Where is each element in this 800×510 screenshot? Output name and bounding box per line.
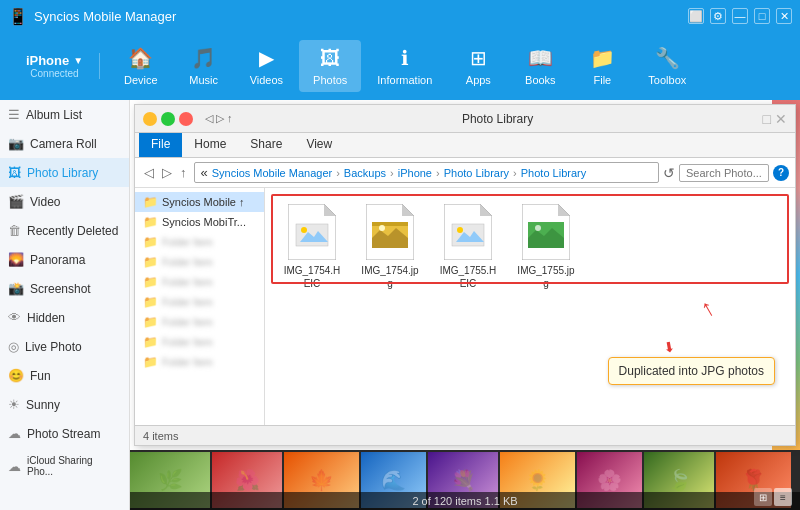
sidebar-item-album-list[interactable]: ☰ Album List: [0, 100, 129, 129]
video-icon: 🎬: [8, 194, 24, 209]
bottom-status-text: 2 of 120 items 1.1 KB: [412, 495, 517, 507]
file-item-jpg1755[interactable]: IMG_1755.jpg: [511, 200, 581, 294]
minimize-button[interactable]: —: [732, 8, 748, 24]
fe-forward-button[interactable]: ▷: [159, 164, 175, 181]
nav-item-music[interactable]: 🎵 Music: [174, 40, 234, 92]
sidebar-item-video[interactable]: 🎬 Video: [0, 187, 129, 216]
file-icon-jpg1: [366, 204, 414, 260]
fe-path-backups[interactable]: Backups: [344, 167, 386, 179]
nav-item-videos[interactable]: ▶ Videos: [236, 40, 297, 92]
file-item-jpg1754[interactable]: IMG_1754.jpg: [355, 200, 425, 294]
fe-tree-item-blur5[interactable]: 📁 Folder Item: [135, 312, 264, 332]
content-area: ◁ ▷ ↑ Photo Library □ ✕ File Home Share …: [130, 100, 800, 510]
grid-view-button[interactable]: ⊞: [754, 488, 772, 506]
minimize-icon[interactable]: ⬜: [688, 8, 704, 24]
fe-path-photo-lib2[interactable]: Photo Library: [521, 167, 586, 179]
sidebar-item-hidden[interactable]: 👁 Hidden: [0, 303, 129, 332]
annotation-arrow: ↓: [697, 296, 721, 326]
fe-window-controls: [143, 112, 193, 126]
fe-tree-item-syncios[interactable]: 📁 Syncios Mobile ↑: [135, 192, 264, 212]
list-view-button[interactable]: ≡: [774, 488, 792, 506]
sidebar-item-live-photo[interactable]: ◎ Live Photo: [0, 332, 129, 361]
photo-library-icon: 🖼: [8, 165, 21, 180]
fe-maximize-button[interactable]: [161, 112, 175, 126]
device-nav-icon: 🏠: [128, 46, 153, 70]
fe-tab-share[interactable]: Share: [238, 133, 294, 157]
icloud-icon: ☁: [8, 459, 21, 474]
svg-point-8: [379, 225, 385, 231]
folder-icon: 📁: [143, 255, 158, 269]
sidebar: ☰ Album List 📷 Camera Roll 🖼 Photo Libra…: [0, 100, 130, 510]
svg-point-3: [301, 227, 307, 233]
fe-tree-item-syncios2[interactable]: 📁 Syncios MobiTr...: [135, 212, 264, 232]
fe-tree-item-blur3[interactable]: 📁 Folder Item: [135, 272, 264, 292]
nav-item-apps[interactable]: ⊞ Apps: [448, 40, 508, 92]
photos-nav-icon: 🖼: [320, 47, 340, 70]
fe-search-input[interactable]: [679, 164, 769, 182]
nav-item-information[interactable]: ℹ Information: [363, 40, 446, 92]
fe-tab-view[interactable]: View: [294, 133, 344, 157]
sidebar-item-screenshot[interactable]: 📸 Screenshot: [0, 274, 129, 303]
fe-close-button[interactable]: [179, 112, 193, 126]
sidebar-item-fun[interactable]: 😊 Fun: [0, 361, 129, 390]
fe-tree-item-blur6[interactable]: 📁 Folder Item: [135, 332, 264, 352]
fe-minimize-button[interactable]: [143, 112, 157, 126]
fe-tree-item-blur7[interactable]: 📁 Folder Item: [135, 352, 264, 372]
fe-path-photo-lib1[interactable]: Photo Library: [444, 167, 509, 179]
fe-back-button[interactable]: ◁: [141, 164, 157, 181]
window-controls: ⬜ ⚙ — □ ✕: [688, 8, 792, 24]
nav-item-books[interactable]: 📖 Books: [510, 40, 570, 92]
fe-nav-back: ◁ ▷ ↑: [205, 112, 233, 125]
fe-tab-file[interactable]: File: [139, 133, 182, 157]
live-photo-icon: ◎: [8, 339, 19, 354]
sidebar-item-recently-deleted[interactable]: 🗑 Recently Deleted: [0, 216, 129, 245]
hidden-icon: 👁: [8, 310, 21, 325]
nav-item-toolbox[interactable]: 🔧 Toolbox: [634, 40, 700, 92]
folder-icon: 📁: [143, 275, 158, 289]
fe-refresh-button[interactable]: ↺: [663, 165, 675, 181]
file-icon-heic2: [444, 204, 492, 260]
sidebar-item-sunny[interactable]: ☀ Sunny: [0, 390, 129, 419]
fe-path-syncios[interactable]: Syncios Mobile Manager: [212, 167, 332, 179]
file-item-heic1754[interactable]: IMG_1754.HEIC: [277, 200, 347, 294]
fe-path-iphone[interactable]: iPhone: [398, 167, 432, 179]
fe-close-x[interactable]: ✕: [775, 111, 787, 127]
view-toggle: ⊞ ≡: [754, 488, 792, 506]
nav-item-photos[interactable]: 🖼 Photos: [299, 40, 361, 92]
fe-tree: 📁 Syncios Mobile ↑ 📁 Syncios MobiTr... 📁…: [135, 188, 265, 425]
album-list-icon: ☰: [8, 107, 20, 122]
device-section: iPhone ▼ Connected: [10, 53, 100, 79]
fe-up-button[interactable]: ↑: [177, 164, 190, 181]
settings-icon[interactable]: ⚙: [710, 8, 726, 24]
fe-resize-icon[interactable]: □: [763, 111, 771, 127]
sidebar-item-camera-roll[interactable]: 📷 Camera Roll: [0, 129, 129, 158]
fe-tree-item-blur2[interactable]: 📁 Folder Item: [135, 252, 264, 272]
screenshot-icon: 📸: [8, 281, 24, 296]
device-name: iPhone ▼: [26, 53, 83, 68]
app-title: Syncios Mobile Manager: [34, 9, 682, 24]
fe-tree-item-blur4[interactable]: 📁 Folder Item: [135, 292, 264, 312]
fe-help-button[interactable]: ?: [773, 165, 789, 181]
nav-item-file[interactable]: 📁 File: [572, 40, 632, 92]
folder-icon: «: [201, 165, 208, 180]
sidebar-item-photo-library[interactable]: 🖼 Photo Library: [0, 158, 129, 187]
annotation-bubble: Duplicated into JPG photos: [608, 357, 775, 385]
nav-item-device[interactable]: 🏠 Device: [110, 40, 172, 92]
fe-addressbar: ◁ ▷ ↑ « Syncios Mobile Manager › Backups…: [135, 158, 795, 188]
bottom-status-bar: 2 of 120 items 1.1 KB ⊞ ≡: [130, 492, 800, 510]
sidebar-item-photo-stream[interactable]: ☁ Photo Stream: [0, 419, 129, 448]
fe-tab-home[interactable]: Home: [182, 133, 238, 157]
sunny-icon: ☀: [8, 397, 20, 412]
title-bar: 📱 Syncios Mobile Manager ⬜ ⚙ — □ ✕: [0, 0, 800, 32]
folder-icon: 📁: [143, 235, 158, 249]
fe-path[interactable]: « Syncios Mobile Manager › Backups › iPh…: [194, 162, 660, 183]
toolbox-nav-icon: 🔧: [655, 46, 680, 70]
svg-point-16: [535, 225, 541, 231]
sidebar-item-icloud[interactable]: ☁ iCloud Sharing Pho...: [0, 448, 129, 484]
file-item-heic1755[interactable]: IMG_1755.HEIC: [433, 200, 503, 294]
fe-tree-item-blur1[interactable]: 📁 Folder Item: [135, 232, 264, 252]
sidebar-item-panorama[interactable]: 🌄 Panorama: [0, 245, 129, 274]
close-button[interactable]: ✕: [776, 8, 792, 24]
maximize-button[interactable]: □: [754, 8, 770, 24]
fe-title: Photo Library: [237, 112, 759, 126]
